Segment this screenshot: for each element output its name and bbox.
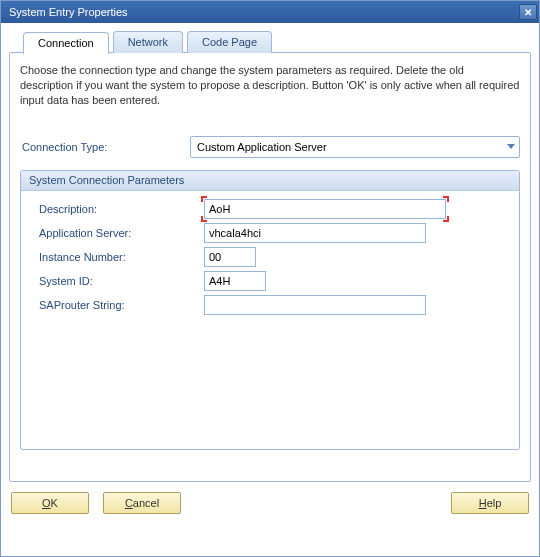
sysid-input[interactable]: [204, 271, 266, 291]
row-description: Description:: [29, 199, 511, 219]
appserver-input[interactable]: [204, 223, 426, 243]
row-appserver: Application Server:: [29, 223, 511, 243]
connection-type-label: Connection Type:: [20, 141, 190, 153]
description-input[interactable]: [204, 199, 446, 219]
button-bar: OK Cancel Help: [1, 482, 539, 524]
help-button[interactable]: Help: [451, 492, 529, 514]
help-mnemonic: H: [479, 497, 487, 509]
ok-rest: K: [51, 497, 58, 509]
row-saprouter: SAProuter String:: [29, 295, 511, 315]
connection-type-select[interactable]: Custom Application Server: [190, 136, 520, 158]
connection-type-value: Custom Application Server: [197, 141, 327, 153]
tab-codepage-label: Code Page: [202, 36, 257, 48]
row-instance: Instance Number:: [29, 247, 511, 267]
description-input-wrap: [204, 199, 446, 219]
appserver-label: Application Server:: [29, 227, 204, 239]
tab-network-label: Network: [128, 36, 168, 48]
help-rest: elp: [487, 497, 502, 509]
intro-text: Choose the connection type and change th…: [20, 63, 520, 108]
tab-body: Choose the connection type and change th…: [9, 52, 531, 482]
close-icon: ✕: [524, 7, 532, 18]
tab-codepage[interactable]: Code Page: [187, 31, 272, 53]
tab-strip: Connection Network Code Page: [23, 31, 531, 53]
tab-network[interactable]: Network: [113, 31, 183, 53]
description-label: Description:: [29, 203, 204, 215]
instance-input[interactable]: [204, 247, 256, 267]
close-button[interactable]: ✕: [519, 4, 537, 20]
system-connection-parameters-group: System Connection Parameters Description…: [20, 170, 520, 450]
ok-mnemonic: O: [42, 497, 51, 509]
connection-type-row: Connection Type: Custom Application Serv…: [20, 136, 520, 158]
row-sysid: System ID:: [29, 271, 511, 291]
cancel-mnemonic: C: [125, 497, 133, 509]
titlebar: System Entry Properties ✕: [1, 1, 539, 23]
ok-button[interactable]: OK: [11, 492, 89, 514]
instance-label: Instance Number:: [29, 251, 204, 263]
tab-connection-label: Connection: [38, 37, 94, 49]
required-marker-icon: [443, 196, 449, 202]
required-marker-icon: [201, 216, 207, 222]
required-marker-icon: [443, 216, 449, 222]
saprouter-input[interactable]: [204, 295, 426, 315]
window-title: System Entry Properties: [9, 6, 128, 18]
sysid-label: System ID:: [29, 275, 204, 287]
required-marker-icon: [201, 196, 207, 202]
groupbox-title: System Connection Parameters: [21, 171, 519, 191]
cancel-rest: ancel: [133, 497, 159, 509]
saprouter-label: SAProuter String:: [29, 299, 204, 311]
tab-connection[interactable]: Connection: [23, 32, 109, 54]
chevron-down-icon: [507, 144, 515, 149]
cancel-button[interactable]: Cancel: [103, 492, 181, 514]
content-area: Connection Network Code Page Choose the …: [1, 23, 539, 482]
